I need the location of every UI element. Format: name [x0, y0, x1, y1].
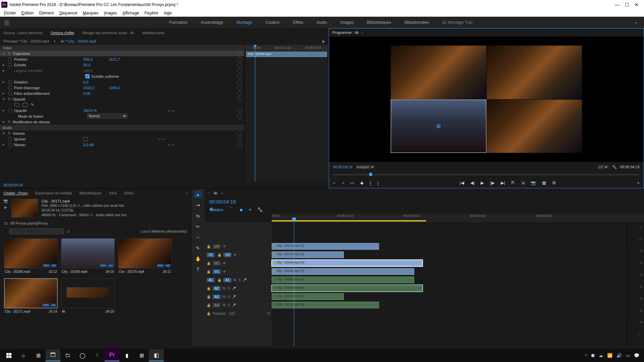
reset-icon[interactable]: [237, 131, 242, 136]
clip-item-selected[interactable]: PRXHDCity - 20171.mp424:14: [4, 278, 58, 315]
reset-icon[interactable]: [237, 142, 242, 147]
tab-infos[interactable]: Infos: [109, 191, 117, 195]
clip-a3[interactable]: fxCity - 20170.mp4 [A]: [272, 293, 344, 300]
search-input[interactable]: [9, 228, 64, 234]
task-view-button[interactable]: ⊞: [31, 349, 46, 361]
menu-sequence[interactable]: Séquence: [57, 10, 79, 16]
program-viewport[interactable]: [329, 37, 644, 162]
keyframe-nav[interactable]: ◂ ◇ ▸: [167, 109, 175, 112]
reset-icon[interactable]: [237, 114, 242, 119]
ws-montage[interactable]: Montage: [236, 20, 252, 25]
lift-icon[interactable]: ⇱: [511, 180, 515, 185]
maximize-button[interactable]: ☐: [625, 2, 629, 7]
tray-chevron-icon[interactable]: ^: [585, 353, 587, 358]
tab-options-effet[interactable]: Options d'effet: [51, 31, 74, 35]
stopwatch-icon[interactable]: [8, 143, 12, 147]
hand-tool-icon[interactable]: ✋: [194, 255, 202, 262]
menu-aide[interactable]: Aide: [162, 10, 174, 16]
opacite-val[interactable]: 100,0 %: [83, 109, 107, 113]
play-icon[interactable]: ▶: [481, 180, 484, 185]
reset-icon[interactable]: [237, 68, 242, 73]
export-frame-icon[interactable]: 📷: [531, 180, 536, 185]
premiere-taskbar-icon[interactable]: Pr: [105, 349, 119, 361]
snap-icon[interactable]: �магн: [209, 207, 223, 212]
track-header-v2[interactable]: 🔒V2👁: [205, 259, 272, 267]
trajectoire-label[interactable]: Trajectoire: [13, 52, 30, 56]
uniforme-checkbox[interactable]: [85, 74, 90, 78]
vitesse-label[interactable]: Modification de vitesse: [13, 120, 50, 124]
stopwatch-icon[interactable]: [8, 137, 12, 141]
razor-tool-icon[interactable]: ✂: [194, 223, 202, 230]
ws-formation[interactable]: Formation: [169, 20, 187, 25]
niveau-val[interactable]: 0,0 dB: [83, 143, 107, 147]
tab-chutier[interactable]: Chutier : Proxy: [3, 191, 28, 195]
timeline-timecode[interactable]: 00:00:04:18: [209, 199, 236, 204]
ws-couleur[interactable]: Couleur: [266, 20, 280, 25]
reset-icon[interactable]: [237, 51, 242, 56]
program-tc-left[interactable]: 00:00:04:18: [333, 165, 353, 169]
reset-icon[interactable]: [237, 85, 242, 90]
extract-icon[interactable]: ⇲: [521, 180, 525, 185]
ws-images[interactable]: Images: [340, 20, 354, 25]
track-header-v1[interactable]: 🔒V1👁: [205, 267, 272, 276]
stopwatch-icon[interactable]: [8, 80, 12, 84]
track-header-v3[interactable]: V1🔒V3👁: [205, 251, 272, 259]
track-header-v4[interactable]: 🔒V4👁: [205, 242, 272, 251]
volume-label[interactable]: Volume: [13, 131, 25, 135]
track-header-a2[interactable]: 🔒A2MS🎤: [205, 284, 272, 293]
reset-icon[interactable]: [237, 63, 242, 67]
project-path[interactable]: 08 Proxys.prproj\Proxy: [10, 221, 48, 225]
clip-a4[interactable]: fxCity - 20171.mp4 [A]: [272, 302, 379, 308]
tab-biblio[interactable]: Bibliothèques: [79, 191, 102, 195]
excel-taskbar-icon[interactable]: X: [90, 349, 105, 361]
tray-notifications-icon[interactable]: 💬: [634, 353, 639, 358]
bin-icon[interactable]: 🗀: [4, 221, 8, 225]
menu-images[interactable]: Images: [102, 10, 119, 16]
camera-icon[interactable]: 📷: [3, 199, 8, 203]
menu-fenetre[interactable]: Fenêtre: [143, 10, 160, 16]
reset-icon[interactable]: [237, 108, 242, 113]
app2-taskbar-icon[interactable]: ◧: [149, 349, 164, 361]
track-header-a4[interactable]: 🔒A4MS🎤: [205, 301, 272, 309]
timeline-playhead[interactable]: [294, 222, 294, 346]
filtre-val[interactable]: 0,00: [83, 92, 107, 96]
reset-icon[interactable]: [237, 74, 242, 79]
track-header-master[interactable]: 🔒Principal0,0H: [205, 309, 272, 318]
ws-bibliotheques[interactable]: Bibliothèques: [367, 20, 391, 25]
goto-in-icon[interactable]: |◀: [460, 180, 464, 185]
clip-v3[interactable]: fxCity - 20170.mp4 [V]: [272, 251, 344, 258]
app-taskbar-icon[interactable]: ▮: [119, 349, 134, 361]
calc-taskbar-icon[interactable]: ⊞: [134, 349, 149, 361]
mark-out-icon[interactable]: ¬: [342, 180, 344, 185]
slip-tool-icon[interactable]: ↔: [194, 234, 202, 241]
tab-mixage[interactable]: Mixage des éléments audio : 4k: [82, 31, 134, 35]
goto-out-icon[interactable]: ▶|: [501, 180, 505, 185]
in-bracket-icon[interactable]: {: [370, 180, 371, 185]
home-icon[interactable]: [3, 19, 10, 25]
effect-play-icon[interactable]: ▶: [322, 39, 325, 44]
position-x[interactable]: 938,0: [83, 57, 107, 61]
ancrage-x[interactable]: 1920,0: [83, 86, 107, 90]
reset-icon[interactable]: [237, 91, 242, 96]
reset-icon[interactable]: [237, 97, 242, 102]
stopwatch-icon[interactable]: [8, 109, 12, 113]
mask-ellipse-icon[interactable]: [14, 103, 19, 107]
timeline-ruler[interactable]: 00:00 00:00:14:23 00:00:29:23 00:00:44:2…: [272, 214, 644, 220]
search-button[interactable]: ⌕: [16, 349, 31, 361]
tray-lang-icon[interactable]: ▭: [626, 353, 630, 358]
clip-v1[interactable]: fxCity - 20168.mp4 [V]: [272, 268, 414, 275]
tl-wrench-icon[interactable]: 🔧: [257, 207, 263, 212]
workspace-overflow-icon[interactable]: »: [632, 20, 641, 24]
ws-assemblage[interactable]: Assemblage: [201, 20, 223, 25]
ancrage-y[interactable]: 1080,0: [109, 86, 132, 90]
step-back-icon[interactable]: ◀|: [470, 180, 475, 185]
play-preview-icon[interactable]: ▶: [4, 205, 7, 209]
edge-taskbar-icon[interactable]: ◯: [75, 349, 90, 361]
menu-fichier[interactable]: Fichier: [2, 10, 18, 16]
selection-tool-icon[interactable]: ▲: [194, 191, 202, 198]
tray-dropbox-icon[interactable]: ⬢: [591, 353, 595, 358]
wrench-icon[interactable]: 🔧: [612, 165, 617, 169]
clip-item[interactable]: PRXHDCity - 20170.mp416:11: [118, 238, 172, 275]
linked-sel-icon[interactable]: ⌒: [229, 206, 233, 213]
tab-source[interactable]: Source : (sans élément): [3, 31, 43, 35]
